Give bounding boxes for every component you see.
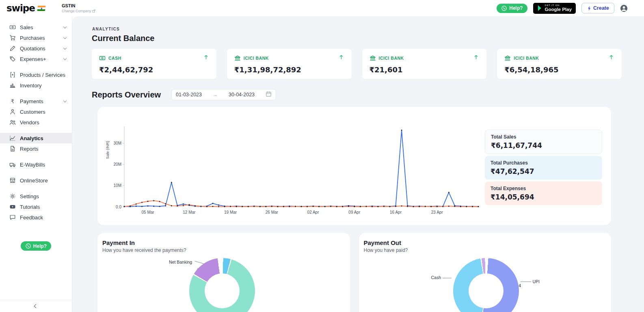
sidebar-help-button[interactable]: Help? [21, 241, 51, 251]
reports-overview-title: Reports Overview [92, 90, 161, 100]
sidebar-item-payments[interactable]: ₹ Payments [0, 96, 72, 106]
cash-icon [99, 55, 106, 61]
sidebar-item-expenses[interactable]: Expenses+ [0, 54, 72, 64]
date-from-value: 01-03-2023 [176, 92, 202, 98]
sidebar-item-reports[interactable]: Reports [0, 143, 72, 154]
chevron-down-icon [63, 25, 67, 28]
balance-card-label: ICICI BANK [244, 56, 269, 61]
sidebar-item-inventory[interactable]: Inventory [0, 80, 72, 91]
sidebar-item-ewaybills[interactable]: E-WayBills [0, 159, 72, 170]
payment-in-card: Payment In How you have received the pay… [97, 233, 350, 312]
sidebar-collapse-toggle[interactable] [0, 300, 72, 312]
whatsapp-icon [25, 243, 31, 249]
balance-card-icici-3: ICICI BANK ₹6,54,18,965 [497, 49, 622, 79]
breadcrumb: ANALYTICS [92, 27, 622, 31]
balance-card-value: ₹1,31,98,72,892 [234, 65, 344, 74]
svg-text:05 Mar: 05 Mar [142, 210, 155, 214]
lightning-icon [587, 6, 592, 11]
balance-card-label: ICICI BANK [514, 56, 539, 61]
truck-icon [9, 161, 16, 168]
sidebar-item-analytics[interactable]: Analytics [0, 133, 72, 143]
trend-up-icon [608, 54, 614, 62]
payment-out-subtitle: How you have paid? [364, 247, 607, 253]
donut-hole [205, 273, 240, 308]
total-sales-card: Total Sales ₹6,11,67,744 [485, 130, 602, 154]
total-expenses-value: ₹14,05,694 [491, 193, 596, 201]
payment-out-donut-chart[interactable] [453, 258, 519, 312]
document-icon [9, 145, 16, 152]
sidebar-item-tutorials[interactable]: Tutorials [0, 202, 72, 212]
totals-column: Total Sales ₹6,11,67,744 Total Purchases… [485, 113, 606, 221]
balance-card-icici-1: ICICI BANK ₹1,31,98,72,892 [227, 49, 352, 79]
svg-text:0.0: 0.0 [116, 205, 121, 209]
sidebar-item-onlinestore[interactable]: OnlineStore [0, 175, 72, 186]
svg-text:20M: 20M [114, 162, 121, 167]
india-flag-icon [37, 6, 46, 11]
sidebar-item-label: E-WayBills [20, 162, 66, 168]
sales-line-chart[interactable]: 0.010M20M30M05 Mar12 Mar19 Mar26 Mar02 A… [103, 113, 485, 221]
whatsapp-icon [501, 5, 507, 11]
product-box-icon [9, 72, 16, 78]
sidebar-item-quotations[interactable]: Quotations [0, 43, 72, 54]
balance-card-value: ₹6,54,18,965 [504, 65, 614, 74]
svg-text:26 Mar: 26 Mar [266, 210, 279, 214]
trend-up-icon [338, 54, 344, 62]
main-content: ANALYTICS Current Balance CASH ₹2,44,62,… [72, 16, 644, 312]
people-icon [9, 119, 16, 126]
help-button-label: Help? [509, 5, 523, 11]
calendar-icon [266, 91, 272, 98]
trend-up-icon [473, 54, 479, 62]
bank-icon [504, 55, 511, 61]
balance-cards-row: CASH ₹2,44,62,792 ICICI BANK ₹1,31,98,72… [92, 49, 622, 79]
sidebar-item-label: Reports [20, 146, 66, 152]
svg-text:16 Apr: 16 Apr [390, 210, 402, 214]
gear-icon [9, 193, 16, 199]
sidebar-item-label: Feedback [20, 214, 66, 221]
company-block: GSTIN Change Company [62, 3, 96, 13]
sidebar-item-customers[interactable]: Customers [0, 106, 72, 117]
external-link-icon [92, 9, 95, 13]
chevron-left-icon [34, 304, 38, 308]
total-expenses-label: Total Expenses [491, 186, 596, 191]
help-button[interactable]: Help? [497, 4, 527, 13]
google-play-icon [537, 5, 542, 11]
chat-bubble-icon [9, 214, 16, 221]
sidebar-item-label: Payments [20, 98, 60, 104]
svg-text:09 Apr: 09 Apr [348, 210, 361, 214]
google-play-badge[interactable]: GET IT ON Google Play [533, 3, 576, 14]
sidebar-item-sales[interactable]: Sales [0, 22, 72, 32]
sidebar-item-purchases[interactable]: Purchases [0, 32, 72, 43]
sidebar-item-products-services[interactable]: Products / Services [0, 69, 72, 80]
account-avatar[interactable] [620, 4, 628, 12]
bank-icon [370, 55, 376, 61]
topbar: swipe GSTIN Change Company Help? GET IT [0, 0, 644, 16]
change-company-link[interactable]: Change Company [62, 9, 96, 13]
balance-card-cash: CASH ₹2,44,62,792 [92, 49, 216, 79]
payment-in-donut-chart[interactable] [189, 258, 255, 312]
svg-text:12 Mar: 12 Mar [183, 210, 196, 214]
upi-callout-label: UPI [533, 279, 540, 284]
create-button[interactable]: Create [581, 3, 614, 13]
bar-chart-icon [9, 82, 16, 89]
reports-overview-chart-card: 0.010M20M30M05 Mar12 Mar19 Mar26 Mar02 A… [97, 107, 611, 225]
page-title: Current Balance [92, 34, 622, 43]
sidebar-item-label: Expenses+ [20, 56, 60, 62]
callout-line [521, 282, 531, 282]
chevron-down-icon [63, 35, 67, 39]
trend-up-icon [203, 54, 209, 62]
sidebar-item-label: Quotations [20, 46, 60, 52]
sidebar-item-label: Analytics [20, 135, 66, 141]
swipe-logo[interactable]: swipe [6, 3, 45, 13]
sidebar-item-label: Inventory [20, 82, 66, 89]
payment-out-title: Payment Out [364, 239, 607, 246]
pencil-icon [9, 45, 16, 52]
sidebar-item-feedback[interactable]: Feedback [0, 212, 72, 223]
sidebar-item-settings[interactable]: Settings [0, 191, 72, 202]
sidebar-item-vendors[interactable]: Vendors [0, 117, 72, 128]
date-range-picker[interactable]: 01-03-2023 → 30-04-2023 [171, 89, 276, 100]
create-button-label: Create [593, 5, 609, 11]
date-range-arrow-icon: → [213, 92, 218, 98]
svg-text:19 Mar: 19 Mar [224, 210, 237, 214]
sales-icon [9, 24, 16, 30]
play-badge-bottom-text: Google Play [545, 7, 572, 12]
